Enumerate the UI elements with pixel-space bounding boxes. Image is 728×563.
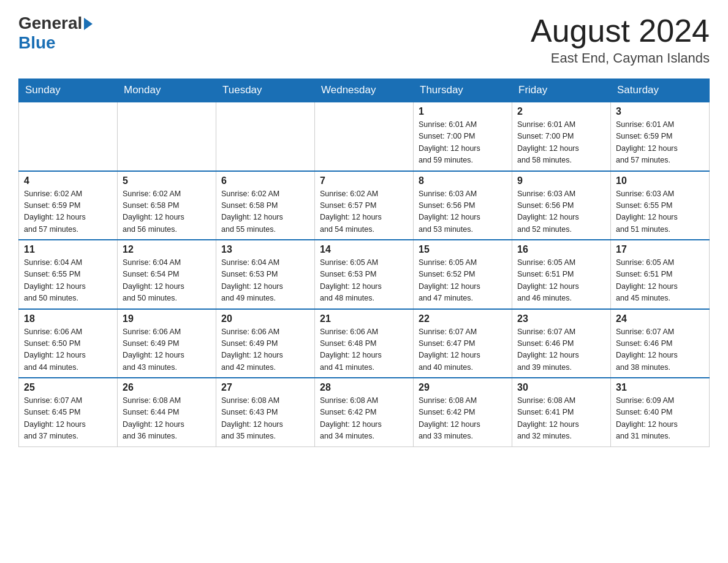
- weekday-header-tuesday: Tuesday: [216, 79, 315, 102]
- day-info: Sunrise: 6:07 AM Sunset: 6:46 PM Dayligh…: [517, 326, 605, 374]
- week-row-2: 4Sunrise: 6:02 AM Sunset: 6:59 PM Daylig…: [19, 171, 710, 240]
- calendar-cell: 24Sunrise: 6:07 AM Sunset: 6:46 PM Dayli…: [611, 309, 710, 378]
- day-number: 30: [517, 382, 605, 393]
- day-info: Sunrise: 6:02 AM Sunset: 6:57 PM Dayligh…: [320, 188, 408, 236]
- calendar-cell: 10Sunrise: 6:03 AM Sunset: 6:55 PM Dayli…: [611, 171, 710, 240]
- calendar-cell: [315, 102, 414, 171]
- calendar-cell: 20Sunrise: 6:06 AM Sunset: 6:49 PM Dayli…: [216, 309, 315, 378]
- day-number: 29: [419, 382, 507, 393]
- day-info: Sunrise: 6:08 AM Sunset: 6:42 PM Dayligh…: [419, 395, 507, 443]
- day-number: 17: [616, 244, 704, 255]
- calendar-cell: 16Sunrise: 6:05 AM Sunset: 6:51 PM Dayli…: [512, 240, 611, 309]
- calendar-cell: 28Sunrise: 6:08 AM Sunset: 6:42 PM Dayli…: [315, 378, 414, 446]
- day-info: Sunrise: 6:06 AM Sunset: 6:49 PM Dayligh…: [123, 326, 211, 374]
- day-info: Sunrise: 6:02 AM Sunset: 6:59 PM Dayligh…: [24, 188, 112, 236]
- day-number: 13: [221, 244, 309, 255]
- day-info: Sunrise: 6:04 AM Sunset: 6:53 PM Dayligh…: [221, 257, 309, 305]
- calendar-cell: 4Sunrise: 6:02 AM Sunset: 6:59 PM Daylig…: [19, 171, 118, 240]
- calendar-table: SundayMondayTuesdayWednesdayThursdayFrid…: [18, 79, 710, 447]
- day-number: 22: [419, 313, 507, 324]
- calendar-cell: 5Sunrise: 6:02 AM Sunset: 6:58 PM Daylig…: [118, 171, 216, 240]
- day-number: 7: [320, 175, 408, 186]
- day-info: Sunrise: 6:08 AM Sunset: 6:43 PM Dayligh…: [221, 395, 309, 443]
- day-number: 9: [517, 175, 605, 186]
- day-info: Sunrise: 6:05 AM Sunset: 6:51 PM Dayligh…: [616, 257, 704, 305]
- day-number: 20: [221, 313, 309, 324]
- weekday-header-sunday: Sunday: [19, 79, 118, 102]
- day-info: Sunrise: 6:06 AM Sunset: 6:50 PM Dayligh…: [24, 326, 112, 374]
- weekday-header-friday: Friday: [512, 79, 611, 102]
- calendar-cell: 15Sunrise: 6:05 AM Sunset: 6:52 PM Dayli…: [414, 240, 512, 309]
- day-info: Sunrise: 6:06 AM Sunset: 6:48 PM Dayligh…: [320, 326, 408, 374]
- day-number: 15: [419, 244, 507, 255]
- day-info: Sunrise: 6:07 AM Sunset: 6:47 PM Dayligh…: [419, 326, 507, 374]
- calendar-cell: 29Sunrise: 6:08 AM Sunset: 6:42 PM Dayli…: [414, 378, 512, 446]
- logo: General Blue: [18, 15, 93, 53]
- day-number: 28: [320, 382, 408, 393]
- day-number: 31: [616, 382, 704, 393]
- day-number: 16: [517, 244, 605, 255]
- day-info: Sunrise: 6:08 AM Sunset: 6:42 PM Dayligh…: [320, 395, 408, 443]
- calendar-cell: 22Sunrise: 6:07 AM Sunset: 6:47 PM Dayli…: [414, 309, 512, 378]
- calendar-cell: 23Sunrise: 6:07 AM Sunset: 6:46 PM Dayli…: [512, 309, 611, 378]
- day-number: 8: [419, 175, 507, 186]
- day-number: 23: [517, 313, 605, 324]
- week-row-5: 25Sunrise: 6:07 AM Sunset: 6:45 PM Dayli…: [19, 378, 710, 446]
- day-number: 21: [320, 313, 408, 324]
- day-info: Sunrise: 6:02 AM Sunset: 6:58 PM Dayligh…: [221, 188, 309, 236]
- day-number: 5: [123, 175, 211, 186]
- day-info: Sunrise: 6:08 AM Sunset: 6:41 PM Dayligh…: [517, 395, 605, 443]
- page-header: General Blue August 2024 East End, Cayma…: [18, 15, 710, 66]
- weekday-header-wednesday: Wednesday: [315, 79, 414, 102]
- day-info: Sunrise: 6:01 AM Sunset: 6:59 PM Dayligh…: [616, 119, 704, 167]
- day-number: 19: [123, 313, 211, 324]
- calendar-cell: [118, 102, 216, 171]
- week-row-4: 18Sunrise: 6:06 AM Sunset: 6:50 PM Dayli…: [19, 309, 710, 378]
- calendar-cell: 13Sunrise: 6:04 AM Sunset: 6:53 PM Dayli…: [216, 240, 315, 309]
- calendar-cell: 21Sunrise: 6:06 AM Sunset: 6:48 PM Dayli…: [315, 309, 414, 378]
- day-info: Sunrise: 6:09 AM Sunset: 6:40 PM Dayligh…: [616, 395, 704, 443]
- calendar-cell: 17Sunrise: 6:05 AM Sunset: 6:51 PM Dayli…: [611, 240, 710, 309]
- calendar-cell: 6Sunrise: 6:02 AM Sunset: 6:58 PM Daylig…: [216, 171, 315, 240]
- day-info: Sunrise: 6:02 AM Sunset: 6:58 PM Dayligh…: [123, 188, 211, 236]
- calendar-cell: 26Sunrise: 6:08 AM Sunset: 6:44 PM Dayli…: [118, 378, 216, 446]
- logo-general: General: [18, 15, 82, 32]
- day-info: Sunrise: 6:06 AM Sunset: 6:49 PM Dayligh…: [221, 326, 309, 374]
- day-info: Sunrise: 6:03 AM Sunset: 6:55 PM Dayligh…: [616, 188, 704, 236]
- calendar-cell: 30Sunrise: 6:08 AM Sunset: 6:41 PM Dayli…: [512, 378, 611, 446]
- calendar-cell: 7Sunrise: 6:02 AM Sunset: 6:57 PM Daylig…: [315, 171, 414, 240]
- day-info: Sunrise: 6:03 AM Sunset: 6:56 PM Dayligh…: [419, 188, 507, 236]
- calendar-cell: 3Sunrise: 6:01 AM Sunset: 6:59 PM Daylig…: [611, 102, 710, 171]
- day-info: Sunrise: 6:07 AM Sunset: 6:46 PM Dayligh…: [616, 326, 704, 374]
- day-number: 2: [517, 106, 605, 117]
- day-number: 6: [221, 175, 309, 186]
- day-info: Sunrise: 6:04 AM Sunset: 6:54 PM Dayligh…: [123, 257, 211, 305]
- calendar-cell: 9Sunrise: 6:03 AM Sunset: 6:56 PM Daylig…: [512, 171, 611, 240]
- day-number: 12: [123, 244, 211, 255]
- day-info: Sunrise: 6:05 AM Sunset: 6:52 PM Dayligh…: [419, 257, 507, 305]
- day-info: Sunrise: 6:08 AM Sunset: 6:44 PM Dayligh…: [123, 395, 211, 443]
- weekday-header-row: SundayMondayTuesdayWednesdayThursdayFrid…: [19, 79, 710, 102]
- title-block: August 2024 East End, Cayman Islands: [531, 15, 710, 66]
- calendar-cell: 2Sunrise: 6:01 AM Sunset: 7:00 PM Daylig…: [512, 102, 611, 171]
- calendar-cell: 8Sunrise: 6:03 AM Sunset: 6:56 PM Daylig…: [414, 171, 512, 240]
- calendar-cell: 31Sunrise: 6:09 AM Sunset: 6:40 PM Dayli…: [611, 378, 710, 446]
- calendar-cell: 12Sunrise: 6:04 AM Sunset: 6:54 PM Dayli…: [118, 240, 216, 309]
- day-number: 18: [24, 313, 112, 324]
- logo-blue: Blue: [18, 33, 56, 53]
- day-number: 14: [320, 244, 408, 255]
- calendar-cell: 19Sunrise: 6:06 AM Sunset: 6:49 PM Dayli…: [118, 309, 216, 378]
- calendar-cell: 11Sunrise: 6:04 AM Sunset: 6:55 PM Dayli…: [19, 240, 118, 309]
- day-info: Sunrise: 6:01 AM Sunset: 7:00 PM Dayligh…: [419, 119, 507, 167]
- week-row-3: 11Sunrise: 6:04 AM Sunset: 6:55 PM Dayli…: [19, 240, 710, 309]
- day-info: Sunrise: 6:03 AM Sunset: 6:56 PM Dayligh…: [517, 188, 605, 236]
- day-number: 11: [24, 244, 112, 255]
- weekday-header-saturday: Saturday: [611, 79, 710, 102]
- calendar-cell: 18Sunrise: 6:06 AM Sunset: 6:50 PM Dayli…: [19, 309, 118, 378]
- day-info: Sunrise: 6:07 AM Sunset: 6:45 PM Dayligh…: [24, 395, 112, 443]
- day-info: Sunrise: 6:04 AM Sunset: 6:55 PM Dayligh…: [24, 257, 112, 305]
- day-info: Sunrise: 6:01 AM Sunset: 7:00 PM Dayligh…: [517, 119, 605, 167]
- month-title: August 2024: [531, 15, 710, 47]
- day-info: Sunrise: 6:05 AM Sunset: 6:51 PM Dayligh…: [517, 257, 605, 305]
- day-number: 26: [123, 382, 211, 393]
